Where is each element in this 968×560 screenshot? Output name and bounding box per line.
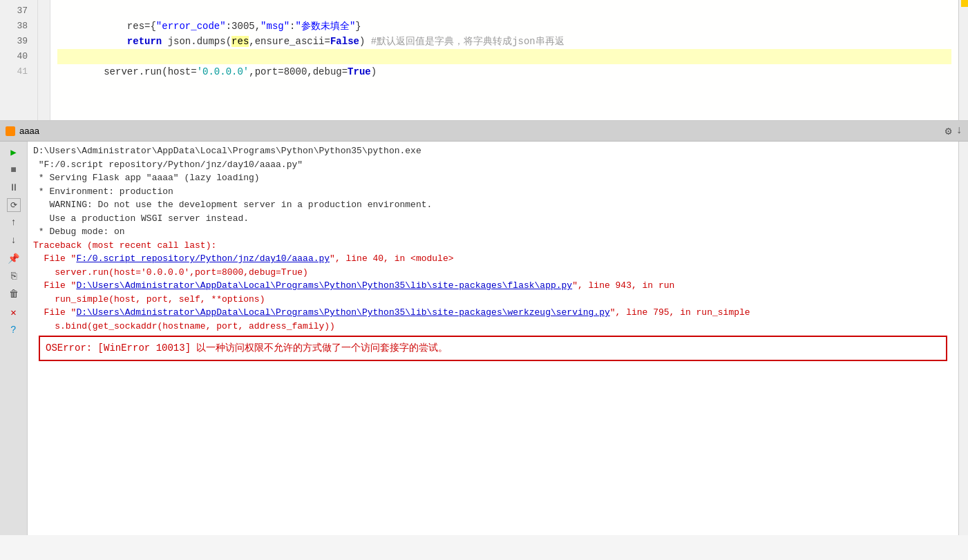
- code-editor: 37 38 39 40 41 res={"error_code":3005,"m…: [0, 0, 968, 121]
- code-line-37: res={"error_code":3005,"msg":"参数未填全"}: [57, 3, 951, 19]
- scroll-down-btn[interactable]: ↓: [6, 233, 21, 248]
- pause-button[interactable]: ⏸: [6, 180, 21, 195]
- console-line-7: * Debug mode: on: [33, 225, 953, 239]
- code-scrollbar[interactable]: [958, 0, 968, 120]
- run-panel: aaaa ⚙ ↓ ▶ ■ ⏸ ⟳ ↑ ↓ 📌 ⎘ 🗑 ✕ ? D:\Users\…: [0, 121, 968, 535]
- console-line-6: Use a production WSGI server instead.: [33, 212, 953, 226]
- run-title: aaaa: [19, 126, 39, 136]
- run-flame-icon: [6, 126, 15, 136]
- scroll-down-icon[interactable]: ↓: [956, 124, 962, 138]
- error-text: OSError: [WinError 10013] 以一种访问权限不允许的方式做…: [46, 342, 448, 354]
- console-line-5: WARNING: Do not use the development serv…: [33, 198, 953, 212]
- console-line-runsimple: run_simple(host, port, self, **options): [33, 293, 953, 307]
- trash-icon[interactable]: 🗑: [6, 287, 21, 302]
- line-num-37: 37: [0, 3, 32, 19]
- console-line-file1: File "F:/0.script repository/Python/jnz/…: [33, 252, 953, 266]
- console-line-sbind: s.bind(get_sockaddr(hostname, port, addr…: [33, 320, 953, 334]
- copy-icon[interactable]: ⎘: [6, 269, 21, 284]
- console-line-4: * Environment: production: [33, 185, 953, 199]
- left-toolbar: ▶ ■ ⏸ ⟳ ↑ ↓ 📌 ⎘ 🗑 ✕ ?: [0, 142, 28, 535]
- play-button[interactable]: ▶: [6, 144, 21, 160]
- console-line-1: D:\Users\Administrator\AppData\Local\Pro…: [33, 144, 953, 158]
- console-line-file3: File "D:\Users\Administrator\AppData\Loc…: [33, 306, 953, 320]
- console-output: D:\Users\Administrator\AppData\Local\Pro…: [28, 142, 958, 535]
- file-link-2[interactable]: D:\Users\Administrator\AppData\Local\Pro…: [76, 280, 572, 291]
- file-link-3[interactable]: D:\Users\Administrator\AppData\Local\Pro…: [76, 307, 609, 318]
- error-box: OSError: [WinError 10013] 以一种访问权限不允许的方式做…: [39, 336, 947, 361]
- code-line-40: server.run(host='0.0.0.0',port=8000,debu…: [57, 49, 951, 64]
- console-line-2: "F:/0.script repository/Python/jnz/day10…: [33, 158, 953, 172]
- run-header-left: aaaa: [6, 126, 39, 136]
- code-content: res={"error_code":3005,"msg":"参数未填全"} re…: [50, 0, 958, 120]
- console-line-file2: File "D:\Users\Administrator\AppData\Loc…: [33, 279, 953, 293]
- pin-icon[interactable]: 📌: [6, 251, 21, 266]
- run-body: ▶ ■ ⏸ ⟳ ↑ ↓ 📌 ⎘ 🗑 ✕ ? D:\Users\Administr…: [0, 142, 968, 535]
- line-num-41: 41: [0, 64, 32, 79]
- console-line-3: * Serving Flask app "aaaa" (lazy loading…: [33, 171, 953, 185]
- settings-icon[interactable]: ⚙: [945, 124, 952, 138]
- console-line-serverrun: server.run(host='0.0.0.0',port=8000,debu…: [33, 266, 953, 280]
- line-num-40: 40: [0, 49, 32, 64]
- help-icon[interactable]: ?: [6, 322, 21, 338]
- console-scrollbar[interactable]: [958, 142, 968, 535]
- line-numbers: 37 38 39 40 41: [0, 0, 38, 120]
- line-num-39: 39: [0, 34, 32, 49]
- rerun-icon[interactable]: ⟳: [7, 198, 21, 212]
- stop-button[interactable]: ■: [6, 162, 21, 177]
- line-num-38: 38: [0, 19, 32, 34]
- run-header: aaaa ⚙ ↓: [0, 121, 968, 142]
- scroll-up-btn[interactable]: ↑: [6, 215, 21, 230]
- scroll-marker: [961, 0, 968, 7]
- console-line-traceback: Traceback (most recent call last):: [33, 239, 953, 253]
- file-link-1[interactable]: F:/0.script repository/Python/jnz/day10/…: [76, 253, 330, 264]
- close-icon[interactable]: ✕: [6, 305, 21, 320]
- run-header-right: ⚙ ↓: [945, 124, 962, 138]
